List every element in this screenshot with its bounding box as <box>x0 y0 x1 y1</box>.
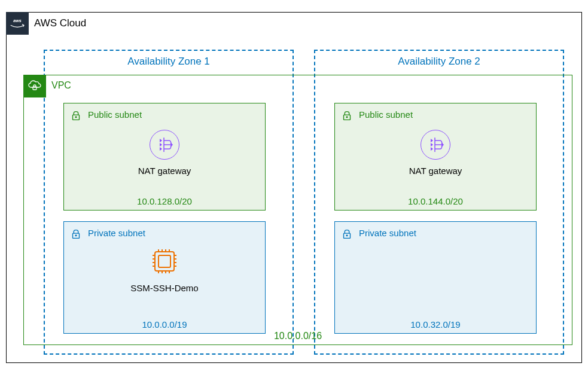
ec2-instance-icon <box>148 245 181 278</box>
cloud-title: AWS Cloud <box>34 17 86 29</box>
lock-icon <box>339 225 355 242</box>
az1-title: Availability Zone 1 <box>45 56 293 68</box>
subnet-cidr: 10.0.32.0/19 <box>335 319 536 330</box>
az2-title: Availability Zone 2 <box>315 56 563 68</box>
nat-gateway-icon <box>150 130 179 160</box>
vpc-title: VPC <box>51 80 71 91</box>
svg-point-35 <box>346 235 348 236</box>
subnet-cidr: 10.0.144.0/20 <box>335 196 536 206</box>
az2-public-subnet: Public subnet NAT gateway 10.0.144.0/20 <box>334 103 537 211</box>
svg-text:aws: aws <box>13 18 22 23</box>
aws-cloud-container: aws AWS Cloud Availability Zone 1 Availa… <box>6 12 582 363</box>
az1-private-subnet: Private subnet <box>63 221 266 334</box>
nat-gateway-label: NAT gateway <box>64 166 265 176</box>
svg-point-3 <box>75 117 77 118</box>
subnet-title: Private subnet <box>88 228 145 238</box>
az1-public-subnet: Public subnet NAT gateway 10.0.128.0/20 <box>63 103 266 211</box>
vpc-icon <box>23 75 46 97</box>
svg-rect-10 <box>155 252 174 271</box>
az2-private-subnet: Private subnet 10.0.32.0/19 <box>334 221 537 334</box>
subnet-title: Private subnet <box>359 228 416 238</box>
ec2-instance-label: SSM-SSH-Demo <box>64 283 265 293</box>
lock-icon <box>68 225 84 242</box>
svg-rect-11 <box>159 255 170 267</box>
aws-logo-icon: aws <box>6 12 29 35</box>
svg-point-29 <box>346 117 348 118</box>
nat-gateway-icon <box>421 130 450 160</box>
svg-point-9 <box>75 235 77 236</box>
subnet-cidr: 10.0.0.0/19 <box>64 319 265 330</box>
nat-gateway-label: NAT gateway <box>335 166 536 176</box>
vpc-container: VPC 10.0.0.0/16 Public subnet <box>23 75 572 345</box>
lock-icon <box>68 107 84 124</box>
subnet-title: Public subnet <box>359 109 413 120</box>
subnet-cidr: 10.0.128.0/20 <box>64 196 265 206</box>
lock-icon <box>339 107 355 124</box>
subnet-title: Public subnet <box>88 109 142 120</box>
